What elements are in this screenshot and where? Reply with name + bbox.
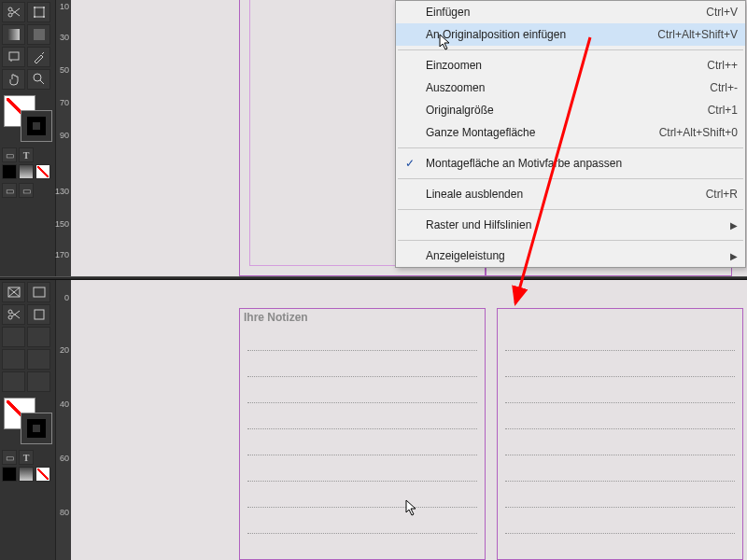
ruler-mark: 30: [60, 33, 69, 42]
svg-rect-2: [35, 7, 44, 17]
ruler-mark: 40: [60, 399, 69, 409]
apply-gradient-btn[interactable]: [19, 164, 34, 179]
svg-rect-8: [34, 29, 45, 40]
ruler-mark: 10: [60, 2, 69, 11]
menu-label: Lineale ausblenden: [426, 188, 523, 201]
menu-label: Auszoomen: [426, 81, 485, 94]
menu-shortcut: Ctrl+Alt+Shift+V: [657, 28, 738, 41]
menu-shortcut: Ctrl+1: [708, 104, 738, 117]
submenu-arrow-icon: ▶: [730, 251, 738, 261]
apply-color-btn-b[interactable]: [2, 467, 17, 482]
menu-label: Einzoomen: [426, 59, 482, 72]
free-transform-tool-icon[interactable]: [27, 2, 50, 22]
menu-label: Montagefläche an Motivfarbe anpassen: [426, 157, 622, 170]
ruler-vertical-bottom: 0 20 40 60 80: [56, 280, 71, 560]
menu-item-hide-rulers[interactable]: Lineale ausblenden Ctrl+R: [396, 183, 745, 205]
check-icon: ✓: [405, 157, 415, 170]
menu-shortcut: Ctrl+R: [706, 188, 738, 201]
view-mode-preview-icon[interactable]: ▭: [19, 183, 34, 198]
gradient-feather-tool-icon-b[interactable]: [27, 327, 50, 347]
menu-shortcut: Ctrl+Alt+Shift+0: [659, 126, 738, 139]
menu-item-paste[interactable]: Einfügen Ctrl+V: [396, 1, 745, 23]
transform-tool-icon-b[interactable]: [27, 304, 50, 325]
ruler-mark: 0: [64, 293, 69, 302]
menu-item-zoom-in[interactable]: Einzoomen Ctrl++: [396, 54, 745, 77]
menu-separator: [398, 240, 743, 241]
zoom-tool-icon-b[interactable]: [27, 371, 50, 392]
svg-point-13: [8, 310, 12, 314]
eyedropper-tool-icon-b[interactable]: [27, 349, 50, 370]
ruler-mark: 60: [60, 454, 69, 463]
gradient-feather-tool-icon[interactable]: [27, 24, 50, 45]
hand-tool-icon[interactable]: [2, 69, 25, 90]
svg-point-6: [43, 16, 45, 18]
menu-separator: [398, 209, 743, 210]
svg-point-3: [34, 7, 35, 8]
menu-shortcut: Ctrl+V: [706, 6, 738, 19]
svg-rect-12: [34, 287, 45, 297]
note-tool-icon[interactable]: [2, 47, 25, 67]
menu-label: Ganze Montagefläche: [426, 126, 535, 139]
apply-color-text-icon-b[interactable]: T: [19, 450, 34, 465]
menu-label: Raster und Hilfslinien: [426, 218, 531, 231]
view-mode-normal-icon[interactable]: ▭: [2, 183, 17, 198]
empty-text-frame-right[interactable]: [497, 308, 743, 560]
note-tool-icon-b[interactable]: [2, 349, 25, 370]
ruler-mark: 170: [55, 250, 69, 259]
apply-color-btn[interactable]: [2, 164, 17, 179]
cursor-pointer-bottom: [405, 499, 420, 520]
menu-label: Einfügen: [426, 6, 470, 19]
apply-none-btn[interactable]: [35, 164, 50, 179]
rectangle-frame-tool-icon[interactable]: [2, 282, 25, 302]
gradient-swatch-tool-icon[interactable]: [2, 24, 25, 45]
menu-shortcut: Ctrl++: [707, 59, 738, 72]
fill-stroke-swatch-b[interactable]: [4, 398, 52, 444]
menu-item-match-pasteboard[interactable]: ✓ Montagefläche an Motivfarbe anpassen: [396, 152, 745, 175]
menu-item-display-performance[interactable]: Anzeigeleistung ▶: [396, 245, 745, 267]
svg-point-14: [8, 315, 12, 319]
cursor-pointer-top: [439, 34, 454, 54]
svg-point-0: [8, 7, 12, 11]
tool-panel-bottom: ▭ T: [0, 280, 56, 560]
scissors-tool-icon[interactable]: [2, 2, 25, 22]
menu-label: Anzeigeleistung: [426, 249, 505, 262]
window-pane-bottom: ▭ T 0 20 40 60 80 Ihre Notizen: [0, 280, 747, 560]
svg-rect-15: [35, 310, 44, 319]
ruler-mark: 150: [55, 219, 69, 229]
ruler-mark: 130: [55, 187, 69, 196]
apply-color-container-icon-b[interactable]: ▭: [2, 450, 17, 465]
menu-shortcut: Ctrl+-: [710, 81, 738, 94]
zoom-tool-icon[interactable]: [27, 69, 50, 90]
notes-text-frame[interactable]: Ihre Notizen: [239, 308, 486, 560]
fill-stroke-swatch[interactable]: [4, 95, 52, 142]
menu-item-actual-size[interactable]: Originalgröße Ctrl+1: [396, 99, 745, 121]
eyedropper-tool-icon[interactable]: [27, 47, 50, 67]
tool-panel-top: ▭ T ▭ ▭: [0, 0, 56, 276]
ruler-mark: 80: [60, 508, 69, 517]
svg-rect-7: [8, 29, 20, 40]
notes-title: Ihre Notizen: [244, 311, 308, 324]
menu-item-grids-guides[interactable]: Raster und Hilfslinien ▶: [396, 214, 745, 236]
menu-item-zoom-out[interactable]: Auszoomen Ctrl+-: [396, 77, 745, 99]
menu-separator: [398, 147, 743, 148]
ruler-mark: 70: [60, 98, 69, 107]
apply-gradient-btn-b[interactable]: [19, 467, 34, 482]
svg-point-1: [8, 13, 12, 17]
svg-point-5: [34, 16, 35, 18]
apply-none-btn-b[interactable]: [35, 467, 50, 482]
svg-point-10: [34, 74, 41, 81]
submenu-arrow-icon: ▶: [730, 220, 738, 231]
apply-color-container-icon[interactable]: ▭: [2, 147, 17, 162]
svg-rect-9: [9, 52, 19, 60]
ruler-vertical-top: 10 30 50 70 90 130 150 170: [56, 0, 71, 276]
apply-color-text-icon[interactable]: T: [19, 147, 34, 162]
ruler-mark: 90: [60, 131, 69, 140]
hand-tool-icon-b[interactable]: [2, 371, 25, 392]
scissors-tool-icon-b[interactable]: [2, 304, 25, 325]
rectangle-tool-icon[interactable]: [27, 282, 50, 302]
menu-item-entire-pasteboard[interactable]: Ganze Montagefläche Ctrl+Alt+Shift+0: [396, 121, 745, 144]
ruler-mark: 20: [60, 345, 69, 355]
menu-separator: [398, 178, 743, 179]
gradient-swatch-tool-icon-b[interactable]: [2, 327, 25, 347]
ruler-mark: 50: [60, 65, 69, 75]
